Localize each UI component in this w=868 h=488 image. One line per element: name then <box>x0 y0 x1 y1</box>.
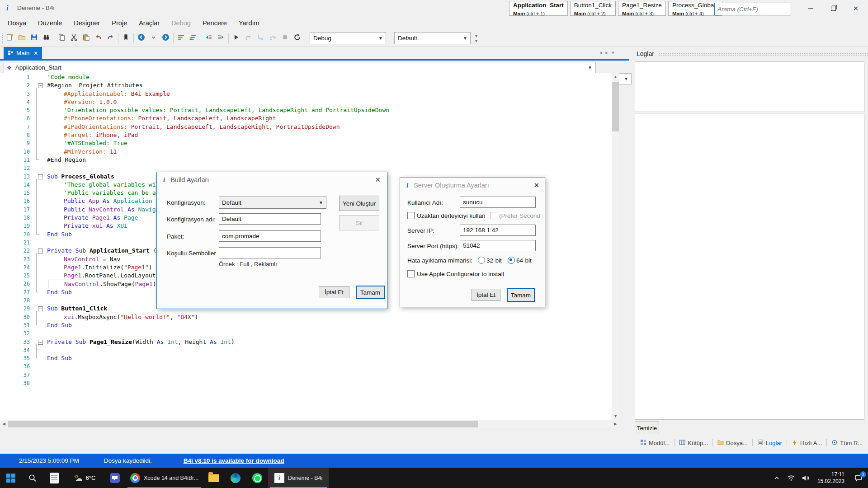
user-input[interactable] <box>460 197 536 208</box>
delete-config-button[interactable]: Sil <box>339 215 379 230</box>
log-output-box-main[interactable] <box>635 113 864 420</box>
panel-tab-modules[interactable]: Modül... <box>636 439 674 447</box>
step-into-button[interactable] <box>255 32 267 44</box>
action-center-button[interactable]: 3 <box>849 468 868 488</box>
undo-button[interactable] <box>92 32 104 44</box>
server-dialog-close-icon[interactable]: ✕ <box>533 181 539 189</box>
tab-main[interactable]: Main ✕ <box>4 47 42 59</box>
navigate-back-button[interactable] <box>135 32 147 44</box>
tray-chevron-up-icon[interactable] <box>769 468 784 488</box>
server-port-input[interactable] <box>460 240 536 251</box>
build-cancel-button[interactable]: İptal Et <box>319 286 349 298</box>
build-config-combo[interactable]: Default▼ <box>394 32 471 44</box>
navigate-back-dropdown-button[interactable] <box>147 32 160 44</box>
outdent-button[interactable] <box>203 32 215 44</box>
toolbar-overflow-button[interactable]: ▾▾ <box>475 33 477 43</box>
wifi-icon[interactable] <box>784 468 798 488</box>
comment-button[interactable] <box>175 32 187 44</box>
menu-düzenle[interactable]: Düzenle <box>32 17 68 30</box>
search-input[interactable] <box>715 6 801 13</box>
clear-logs-button[interactable]: Temizle <box>635 422 659 434</box>
step-over-button[interactable] <box>267 32 279 44</box>
vertical-scrollbar[interactable]: ▲ ▼ <box>612 73 619 420</box>
package-input[interactable] <box>219 230 321 242</box>
navigate-forward-button[interactable] <box>160 32 172 44</box>
b4i-window-button[interactable]: i Deneme - B4i <box>268 468 329 488</box>
volume-icon[interactable] <box>798 468 813 488</box>
new-module-button[interactable] <box>4 32 16 44</box>
server-dialog-title-bar[interactable]: i Server Oluşturma Ayarları <box>400 178 545 193</box>
build-ok-button[interactable]: Tamam <box>356 286 385 299</box>
scroll-left-icon[interactable]: ◀ <box>0 420 8 428</box>
tab-scroll-arrows[interactable]: ◂▸▾ <box>599 50 618 56</box>
stop-button[interactable] <box>279 32 291 44</box>
weather-widget[interactable]: ☼☁ 6°C <box>65 468 104 488</box>
whatsapp-button[interactable] <box>246 468 268 488</box>
prefer-secondary-checkbox[interactable] <box>490 212 497 219</box>
server-ip-input[interactable] <box>460 225 536 236</box>
uncomment-button[interactable]: 2 <box>187 32 199 44</box>
remote-compiler-checkbox[interactable] <box>407 212 415 219</box>
panel-tab-quick[interactable]: Hızlı A... <box>787 439 826 447</box>
menu-proje[interactable]: Proje <box>106 17 133 30</box>
pinned-app-button[interactable] <box>43 468 65 488</box>
start-button[interactable] <box>0 468 22 488</box>
menu-araçlar[interactable]: Araçlar <box>133 17 165 30</box>
build-dialog-close-icon[interactable]: ✕ <box>375 176 381 184</box>
menu-yardım[interactable]: Yardım <box>233 17 265 30</box>
quick-access-application_start[interactable]: Application_StartMain (ctrl + 1) <box>509 1 568 16</box>
horizontal-scrollbar[interactable]: ◀ ▶ <box>0 420 619 428</box>
tab-close-icon[interactable]: ✕ <box>33 50 38 56</box>
server-cancel-button[interactable]: İptal Et <box>472 289 500 301</box>
scroll-right-icon[interactable]: ▶ <box>612 420 619 428</box>
panel-tab-libraries[interactable]: Kütüp... <box>675 439 712 447</box>
minimize-button[interactable] <box>799 0 822 17</box>
close-button[interactable]: ✕ <box>844 0 867 17</box>
config-name-input[interactable] <box>219 213 321 225</box>
find-button[interactable] <box>40 32 52 44</box>
search-box[interactable] <box>714 3 791 15</box>
panel-tab-files[interactable]: Dosya... <box>713 439 752 447</box>
file-explorer-button[interactable] <box>203 468 225 488</box>
menu-debug[interactable]: Debug <box>165 17 197 30</box>
teams-button[interactable] <box>104 468 126 488</box>
paste-button[interactable] <box>80 32 92 44</box>
bookmark-button[interactable] <box>120 32 132 44</box>
apple-configurator-checkbox[interactable] <box>407 270 415 277</box>
indent-button[interactable] <box>215 32 227 44</box>
config-combo[interactable]: Default▼ <box>219 197 326 209</box>
restart-button[interactable] <box>291 32 303 44</box>
menu-designer[interactable]: Designer <box>68 17 106 30</box>
quick-access-button1_click[interactable]: Button1_ClickMain (ctrl + 2) <box>570 1 616 16</box>
resume-button[interactable] <box>242 32 255 44</box>
chrome-window-button[interactable]: Xcode 14 and B4iBr... <box>126 468 203 488</box>
panel-tab-logs[interactable]: Loglar <box>753 439 787 447</box>
create-new-config-button[interactable]: Yeni Oluştur <box>339 196 379 211</box>
taskbar-search-button[interactable] <box>22 468 43 488</box>
open-project-button[interactable] <box>16 32 28 44</box>
panel-tab-routines[interactable]: Tüm R... <box>827 439 867 447</box>
save-button[interactable] <box>28 32 40 44</box>
menu-pencere[interactable]: Pencere <box>197 17 233 30</box>
build-dialog-title-bar[interactable]: i Build Ayarları <box>157 172 387 188</box>
server-ok-button[interactable]: Tamam <box>507 288 535 302</box>
restore-button[interactable] <box>822 0 844 17</box>
scroll-down-icon[interactable]: ▼ <box>612 413 619 420</box>
cut-button[interactable] <box>68 32 80 44</box>
copy-button[interactable] <box>56 32 68 44</box>
horizontal-scroll-thumb[interactable] <box>8 421 478 427</box>
menu-dosya[interactable]: Dosya <box>2 17 32 30</box>
sub-selector-combo[interactable]: ❖ Application_Start ▼ <box>4 62 596 73</box>
arch-32bit-radio[interactable] <box>478 257 485 264</box>
scroll-up-icon[interactable]: ▲ <box>612 73 619 81</box>
vertical-scroll-thumb[interactable] <box>612 82 619 131</box>
taskbar-clock[interactable]: 17:11 15.02.2023 <box>813 471 849 485</box>
run-button[interactable] <box>230 32 242 44</box>
log-output-box-top[interactable] <box>635 61 864 112</box>
debug-mode-combo[interactable]: Debug▼ <box>310 32 386 44</box>
arch-64bit-radio[interactable] <box>508 257 515 264</box>
quick-access-page1_resize[interactable]: Page1_ResizeMain (ctrl + 3) <box>618 1 666 16</box>
redo-button[interactable] <box>104 32 117 44</box>
edge-button[interactable] <box>225 468 246 488</box>
symbols-input[interactable] <box>219 247 321 258</box>
